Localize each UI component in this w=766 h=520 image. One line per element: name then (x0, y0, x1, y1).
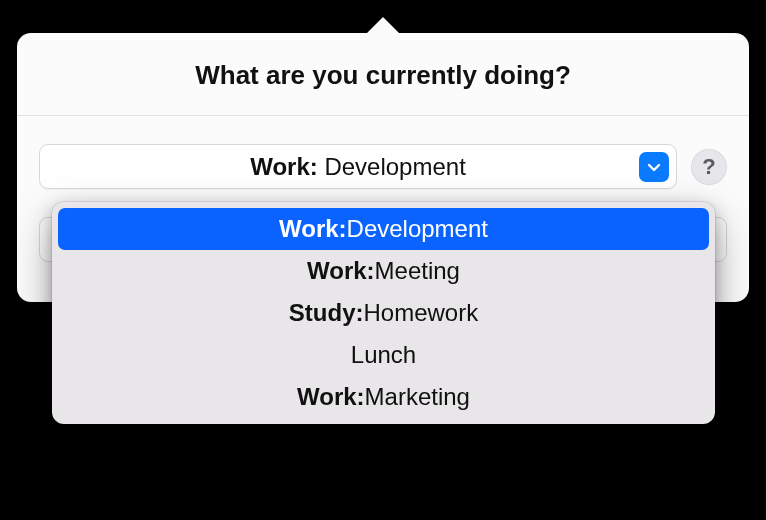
activity-select-category: Work: (250, 153, 318, 180)
menu-item[interactable]: Work: Meeting (58, 250, 709, 292)
menu-item[interactable]: Study: Homework (58, 292, 709, 334)
menu-item-category: Work: (307, 257, 375, 285)
activity-select-value: Work: Development (250, 153, 466, 181)
chevron-down-icon[interactable] (639, 152, 669, 182)
popover-arrow (366, 17, 400, 34)
menu-item-category: Study: (289, 299, 364, 327)
menu-item-label: Homework (363, 299, 478, 327)
activity-select[interactable]: Work: Development (39, 144, 677, 189)
menu-item[interactable]: Work: Development (58, 208, 709, 250)
menu-item-category: Work: (297, 383, 365, 411)
help-icon: ? (702, 154, 715, 180)
help-button[interactable]: ? (691, 149, 727, 185)
activity-dropdown-menu[interactable]: Work: DevelopmentWork: MeetingStudy: Hom… (52, 202, 715, 424)
menu-item[interactable]: Lunch (58, 334, 709, 376)
menu-item-label: Lunch (351, 341, 416, 369)
popover-title: What are you currently doing? (17, 33, 749, 116)
menu-item-label: Development (347, 215, 488, 243)
menu-item-label: Meeting (375, 257, 460, 285)
menu-item[interactable]: Work: Marketing (58, 376, 709, 418)
menu-item-category: Work: (279, 215, 347, 243)
activity-select-label: Development (318, 153, 466, 180)
activity-select-row: Work: Development ? (39, 144, 727, 189)
menu-item-label: Marketing (365, 383, 470, 411)
